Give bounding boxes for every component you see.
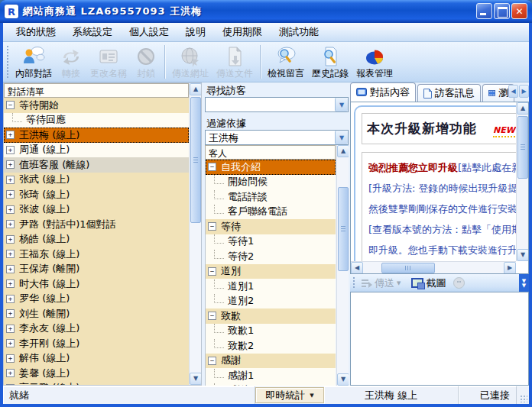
find-visitor-combobox[interactable]: ▼	[205, 97, 349, 112]
resize-grip[interactable]	[517, 386, 529, 404]
menu-item[interactable]: 使用期限	[214, 23, 271, 41]
close-button[interactable]: ✕	[511, 3, 527, 19]
tree-item[interactable]: 開始問候	[206, 175, 336, 190]
expand-icon[interactable]: +	[6, 325, 15, 333]
message-input[interactable]	[350, 292, 529, 386]
collapse-icon[interactable]: −	[208, 163, 216, 171]
scroll-up-icon[interactable]: ▲	[190, 83, 202, 95]
tree-item[interactable]: +刘生 (離開)	[4, 306, 189, 321]
minimize-button[interactable]	[476, 3, 492, 19]
tree-item[interactable]: +罗华 (線上)	[4, 292, 189, 307]
expand-icon[interactable]: +	[6, 369, 15, 377]
tree-item[interactable]: +解伟 (線上)	[4, 351, 189, 367]
expand-icon[interactable]: +	[6, 265, 15, 273]
dialog-list-scrollbar[interactable]: ▲ ▼	[189, 83, 201, 385]
guest-list-scrollbar[interactable]: ▲ ▼	[336, 145, 349, 386]
expand-icon[interactable]: +	[6, 146, 15, 154]
tab-visitor-info[interactable]: 訪客訊息	[417, 84, 481, 102]
tree-item[interactable]: 客戶聯絡電話	[206, 205, 336, 220]
tree-item[interactable]: −自我介紹	[206, 160, 336, 175]
tree-item[interactable]: +时大伟 (線上)	[4, 276, 189, 292]
tree-item[interactable]: 致歉1	[206, 324, 336, 339]
notice-hscrollbar[interactable]: ◀ ▶	[351, 261, 516, 273]
tab-dialog-content[interactable]: 對話內容	[350, 82, 416, 102]
chevron-down-icon[interactable]: ▼	[335, 131, 348, 144]
maximize-button[interactable]	[494, 3, 510, 19]
view-messages-button[interactable]: 檢視留言	[264, 43, 308, 81]
scroll-down-icon[interactable]: ▼	[190, 373, 202, 385]
expand-icon[interactable]: +	[6, 131, 15, 139]
reports-button[interactable]: 報表管理	[352, 43, 397, 81]
tree-item[interactable]: +张琦 (線上)	[4, 187, 189, 202]
expand-icon[interactable]: +	[6, 339, 15, 347]
toolbar-grip[interactable]	[352, 277, 355, 289]
tree-item[interactable]: −等待開始	[4, 98, 189, 113]
collapse-icon[interactable]: −	[208, 222, 216, 231]
tree-item[interactable]: 致歉2	[206, 338, 336, 354]
expand-icon[interactable]: +	[6, 309, 15, 318]
scroll-thumb[interactable]	[338, 187, 349, 271]
expand-icon[interactable]: +	[6, 279, 15, 288]
expand-icon[interactable]: +	[6, 220, 15, 228]
tree-item[interactable]: +张武 (線上)	[4, 173, 189, 188]
scroll-thumb[interactable]	[517, 116, 528, 179]
tree-item[interactable]: +张波 (線上)	[4, 202, 189, 218]
internal-chat-button[interactable]: 內部對話	[11, 43, 56, 81]
title-bar[interactable]: R 網站商務通 LZA69557093 王洪梅 ✕	[0, 0, 532, 23]
scroll-thumb[interactable]	[381, 263, 435, 273]
scroll-right-icon[interactable]: ▶	[504, 262, 516, 274]
tree-item[interactable]: +高云鹏 (線上)	[4, 381, 189, 386]
expand-icon[interactable]: +	[6, 250, 15, 258]
collapse-icon[interactable]: −	[208, 312, 216, 320]
filter-by-combobox[interactable]: 王洪梅 ▼	[205, 130, 349, 145]
scroll-up-icon[interactable]: ▲	[337, 145, 349, 157]
tree-item[interactable]: 道別1	[206, 279, 336, 294]
scroll-down-icon[interactable]: ▼	[517, 249, 529, 261]
tree-item[interactable]: +周通 (線上)	[4, 143, 189, 158]
tree-item[interactable]: 道別2	[206, 294, 336, 309]
scroll-down-icon[interactable]: ▼	[337, 373, 349, 386]
tree-item[interactable]: +王福东 (線上)	[4, 247, 189, 262]
tree-item[interactable]: +李开刚 (線上)	[4, 336, 189, 351]
expand-icon[interactable]: +	[6, 235, 15, 244]
tree-item[interactable]: +杨皓 (線上)	[4, 232, 189, 247]
tree-item[interactable]: 等待回應	[4, 113, 189, 128]
expand-icon[interactable]: +	[6, 205, 15, 214]
menu-item[interactable]: 測試功能	[271, 23, 327, 41]
tree-item[interactable]: +尹路 (對話中)1個對話	[4, 217, 189, 232]
menu-item[interactable]: 我的狀態	[8, 23, 64, 41]
tree-item[interactable]: −等待	[206, 219, 336, 234]
notice-browser[interactable]: 本次升級新增功能 NEW 強烈推薦您立即升級[點擊此處在新[升級方法: 登錄的時…	[350, 102, 529, 274]
tree-item[interactable]: −感謝	[206, 354, 336, 369]
tree-item[interactable]: +王洪梅 (線上)	[4, 128, 189, 143]
menu-item[interactable]: 系統設定	[64, 23, 121, 41]
menu-item[interactable]: 個人設定	[121, 23, 177, 41]
realtime-stats-button[interactable]: 即時統計 ▼	[255, 387, 324, 403]
tree-item[interactable]: +李永友 (線上)	[4, 321, 189, 337]
expand-icon[interactable]: +	[6, 295, 15, 303]
expand-icon[interactable]: +	[6, 176, 15, 184]
expand-icon[interactable]: +	[6, 160, 15, 169]
scroll-thumb[interactable]	[190, 97, 201, 223]
expand-icon[interactable]: +	[6, 384, 15, 385]
expand-icon[interactable]: +	[6, 354, 15, 363]
menu-item[interactable]: 說明	[177, 23, 214, 41]
screenshot-button[interactable]: 截圖	[408, 276, 449, 291]
tab-scroll-right-icon[interactable]: ▶	[519, 85, 529, 98]
collapse-icon[interactable]: −	[6, 101, 15, 109]
collapse-icon[interactable]: −	[208, 357, 216, 365]
tree-item[interactable]: −致歉	[206, 308, 336, 324]
scroll-up-icon[interactable]: ▲	[517, 102, 529, 115]
toolbar-grip[interactable]	[5, 46, 9, 78]
chevron-down-icon[interactable]: ▼	[335, 98, 348, 111]
tree-item[interactable]: 感謝1	[206, 368, 336, 383]
history-button[interactable]: 歷史記錄	[308, 43, 352, 81]
toolbar-overflow-icon[interactable]: ▼▼	[519, 274, 529, 292]
tree-item[interactable]: +姜馨 (線上)	[4, 366, 189, 381]
notice-vscrollbar[interactable]: ▲ ▼	[516, 102, 528, 261]
tree-item[interactable]: 等待1	[206, 234, 336, 250]
tree-item[interactable]: +值班客服 (離線)	[4, 157, 189, 173]
tree-item[interactable]: −道別	[206, 264, 336, 279]
tree-item[interactable]: 電話詳談	[206, 189, 336, 205]
scroll-left-icon[interactable]: ◀	[351, 262, 363, 274]
